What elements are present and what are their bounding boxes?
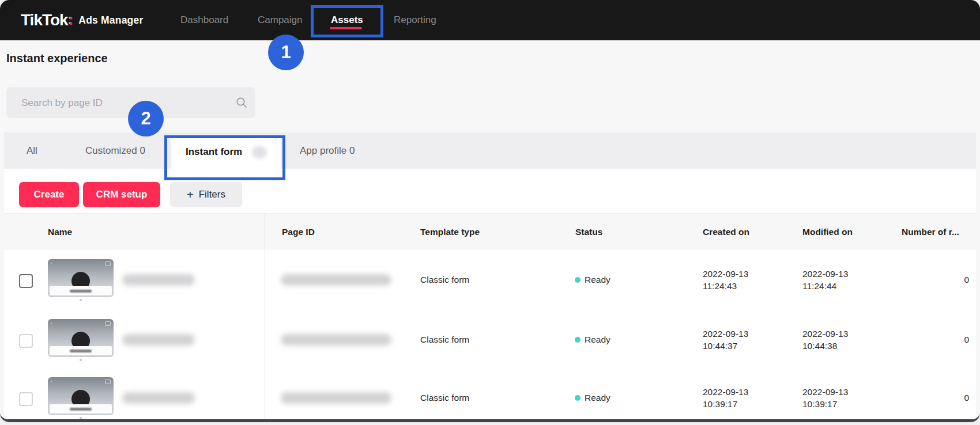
template-type-cell: Classic form (420, 335, 469, 345)
tiktok-ads-manager-logo[interactable]: TikTok : Ads Manager (21, 0, 143, 40)
annotation-badge-1: 1 (268, 35, 304, 70)
created-time: 10:39:17 (703, 398, 748, 410)
browser-window: TikTok : Ads Manager Dashboard Campaign … (0, 0, 980, 422)
nav-item-reporting[interactable]: Reporting (394, 0, 436, 40)
modified-time: 11:24:44 (802, 280, 848, 292)
row-checkbox[interactable] (19, 334, 33, 348)
thumbnail-back-icon: ‹ (51, 379, 52, 384)
created-time: 10:44:37 (703, 340, 748, 352)
column-header-number-of-responses[interactable]: Number of r... (902, 214, 959, 251)
blurred-name[interactable] (122, 334, 195, 346)
modified-on-cell: 2022-09-13 10:44:38 (802, 328, 848, 352)
blurred-thumbnail-text (70, 408, 92, 411)
status-cell: Ready (585, 335, 610, 345)
thumbnail-dot (80, 417, 82, 419)
created-date: 2022-09-13 (703, 386, 748, 398)
filters-button[interactable]: + Filters (170, 182, 242, 207)
modified-on-cell: 2022-09-13 10:39:17 (802, 386, 848, 410)
column-header-created-on[interactable]: Created on (703, 214, 749, 251)
thumbnail-dot (80, 299, 82, 301)
plus-icon: + (187, 188, 194, 202)
asset-type-tabbar: All Customized 0 Instant form App profil… (4, 132, 976, 169)
annotation-badge-2: 2 (128, 101, 164, 136)
row-checkbox[interactable] (19, 274, 33, 288)
column-header-status[interactable]: Status (575, 214, 602, 251)
created-on-cell: 2022-09-13 10:39:17 (703, 386, 748, 410)
column-header-template-type[interactable]: Template type (420, 214, 480, 251)
filters-button-label: Filters (199, 189, 225, 200)
page-title: Instant experience (6, 52, 108, 65)
thumbnail-bubble-icon (105, 261, 111, 266)
created-time: 11:24:43 (703, 280, 748, 292)
blurred-page-id (281, 274, 391, 286)
tab-instant-form-label: Instant form (186, 135, 242, 169)
nav-item-assets[interactable]: Assets (331, 0, 363, 40)
modified-date: 2022-09-13 (802, 328, 848, 340)
top-nav: TikTok : Ads Manager Dashboard Campaign … (0, 0, 980, 40)
table-row[interactable]: ‹ Classic form Ready 2022-09-13 10:44:37… (4, 310, 976, 370)
blurred-page-id (281, 334, 391, 346)
search-input[interactable] (20, 87, 230, 119)
screenshot-stage: TikTok : Ads Manager Dashboard Campaign … (0, 0, 980, 425)
status-ready-dot (575, 395, 581, 401)
thumbnail-back-icon: ‹ (51, 261, 52, 266)
create-button[interactable]: Create (19, 182, 79, 207)
ads-manager-label: Ads Manager (78, 14, 143, 26)
tiktok-wordmark: TikTok (21, 11, 68, 29)
blurred-tab-count (252, 146, 267, 158)
tab-all[interactable]: All (27, 132, 37, 169)
responses-count-cell: 0 (921, 275, 969, 285)
row-thumbnail[interactable]: ‹ (48, 377, 114, 415)
thumbnail-bubble-icon (105, 380, 111, 384)
created-date: 2022-09-13 (703, 328, 748, 340)
column-header-page-id[interactable]: Page ID (282, 214, 315, 251)
thumbnail-bubble-icon (105, 321, 111, 326)
table-row[interactable]: ‹ Classic form Ready 2022-09-13 11:24:43… (4, 250, 976, 310)
modified-time: 10:39:17 (802, 398, 848, 410)
template-type-cell: Classic form (420, 393, 469, 403)
blurred-name[interactable] (122, 274, 195, 286)
column-header-modified-on[interactable]: Modified on (802, 214, 853, 251)
created-date: 2022-09-13 (703, 268, 748, 280)
status-ready-dot (575, 337, 581, 343)
modified-date: 2022-09-13 (802, 386, 848, 398)
template-type-cell: Classic form (420, 275, 469, 285)
created-on-cell: 2022-09-13 11:24:43 (703, 268, 748, 292)
tab-instant-form[interactable]: Instant form (171, 135, 281, 169)
responses-count-cell: 0 (921, 393, 969, 403)
table-header: Name Page ID Template type Status Create… (4, 213, 976, 251)
status-cell: Ready (585, 275, 610, 285)
thumbnail-back-icon: ‹ (51, 321, 52, 326)
responses-count-cell: 0 (921, 335, 969, 345)
nav-item-dashboard[interactable]: Dashboard (180, 0, 228, 40)
modified-date: 2022-09-13 (802, 268, 848, 280)
crm-setup-button[interactable]: CRM setup (83, 182, 160, 207)
row-thumbnail[interactable]: ‹ (48, 319, 114, 357)
blurred-thumbnail-text (70, 350, 92, 352)
created-on-cell: 2022-09-13 10:44:37 (703, 328, 748, 352)
tab-customized[interactable]: Customized 0 (85, 132, 145, 169)
blurred-name[interactable] (122, 392, 195, 404)
row-thumbnail[interactable]: ‹ (48, 259, 114, 297)
modified-time: 10:44:38 (802, 340, 848, 352)
blurred-thumbnail-text (70, 290, 92, 293)
name-column-divider (265, 213, 265, 419)
search-icon (236, 97, 247, 108)
status-cell: Ready (585, 393, 610, 403)
status-ready-dot (575, 277, 581, 283)
table-row[interactable]: ‹ Classic form Ready 2022-09-13 10:39:17… (4, 369, 976, 422)
column-header-name[interactable]: Name (48, 214, 72, 251)
blurred-page-id (281, 392, 391, 404)
row-checkbox[interactable] (19, 392, 33, 406)
tiktok-colon: : (69, 11, 74, 29)
assets-active-underline (330, 27, 362, 29)
tab-app-profile[interactable]: App profile 0 (300, 132, 355, 169)
nav-item-campaign[interactable]: Campaign (258, 0, 303, 40)
modified-on-cell: 2022-09-13 11:24:44 (802, 268, 848, 292)
thumbnail-dot (80, 359, 82, 361)
